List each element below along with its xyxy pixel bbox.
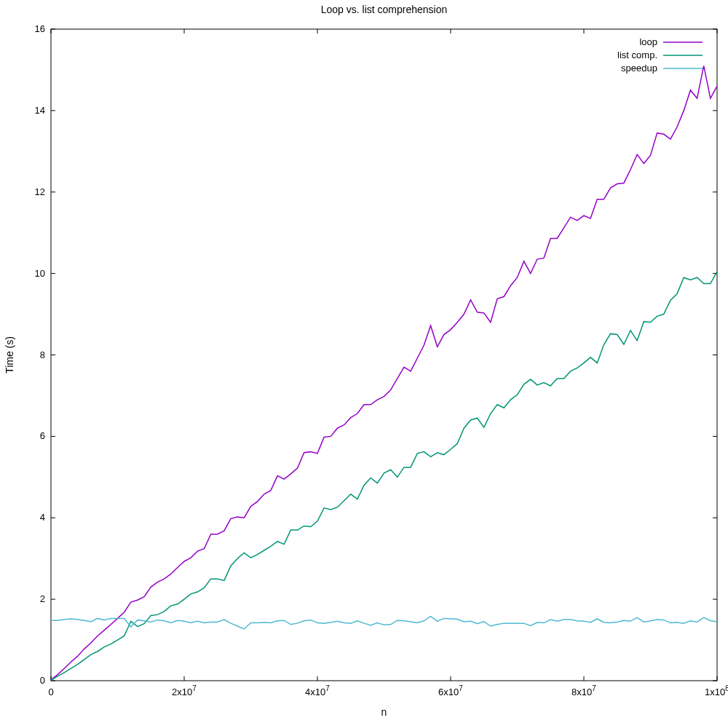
x-tick-label: 8x107 — [571, 684, 596, 697]
line-chart: Loop vs. list comprehension0246810121416… — [0, 0, 728, 728]
x-tick-label: 4x107 — [305, 684, 330, 697]
plot-box — [51, 29, 717, 681]
y-tick-label: 4 — [40, 512, 45, 523]
legend-label: speedup — [621, 63, 657, 74]
x-tick-label: 1x108 — [705, 684, 728, 697]
series-speedup — [51, 617, 717, 629]
y-tick-label: 0 — [40, 675, 45, 686]
x-axis-label: n — [381, 706, 387, 718]
legend-label: list comp. — [617, 50, 657, 60]
chart-title: Loop vs. list comprehension — [321, 4, 448, 15]
y-axis-label: Time (s) — [4, 336, 15, 373]
y-tick-label: 6 — [40, 430, 45, 441]
y-tick-label: 14 — [35, 105, 45, 116]
y-tick-label: 8 — [40, 349, 45, 360]
x-tick-label: 2x107 — [172, 684, 197, 697]
y-tick-label: 10 — [35, 268, 45, 279]
y-tick-label: 12 — [35, 186, 45, 197]
series-list-comp- — [51, 272, 717, 681]
x-tick-label: 0 — [48, 687, 53, 697]
y-tick-label: 16 — [35, 23, 45, 34]
legend-label: loop — [639, 36, 657, 47]
series-loop — [51, 66, 717, 680]
y-tick-label: 2 — [40, 593, 45, 604]
x-tick-label: 6x107 — [438, 684, 463, 697]
